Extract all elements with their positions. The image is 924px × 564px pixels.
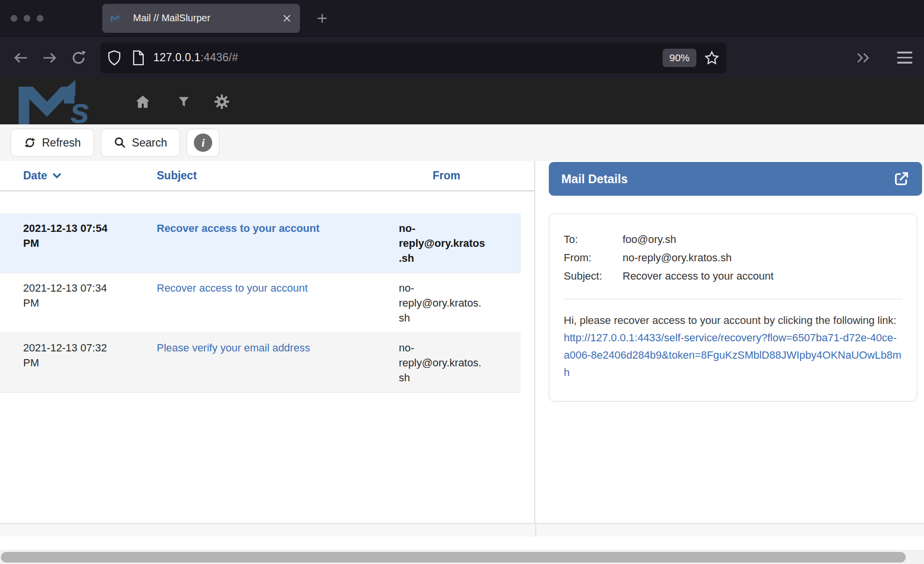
back-icon[interactable] — [13, 50, 29, 66]
mail-details-header: Mail Details — [549, 162, 922, 196]
mail-from: no-reply@ory.kratos.sh — [399, 281, 506, 325]
subject-value: Recover access to your account — [623, 267, 902, 285]
reload-icon[interactable] — [70, 50, 87, 66]
refresh-button-label: Refresh — [42, 136, 81, 149]
from-value: no-reply@ory.kratos.sh — [623, 249, 902, 267]
bottom-white-strip — [0, 537, 924, 551]
mail-details-title: Mail Details — [561, 172, 628, 186]
forward-icon[interactable] — [41, 50, 58, 66]
mail-row-2[interactable]: 2021-12-13 07:34 PM Recover access to yo… — [0, 273, 521, 333]
field-from: From: no-reply@ory.kratos.sh — [564, 249, 902, 267]
mail-body-text: Hi, please recover access to your accoun… — [564, 314, 897, 326]
menu-icon[interactable] — [897, 52, 912, 64]
mailslurper-logo[interactable]: s — [14, 80, 108, 124]
list-header-gap — [0, 191, 534, 214]
tab-favicon: s — [110, 13, 124, 24]
to-value: foo@ory.sh — [623, 230, 902, 249]
horizontal-scrollbar[interactable] — [0, 551, 924, 564]
field-to: To: foo@ory.sh — [564, 230, 902, 249]
main-split: Date Subject From 2021-12-13 07:54 PM Re… — [0, 161, 924, 524]
column-header-date[interactable]: Date — [19, 169, 153, 182]
mail-from: no-reply@ory.kratos.sh — [399, 221, 506, 266]
home-icon[interactable] — [135, 94, 150, 109]
scrollbar-thumb[interactable] — [1, 552, 906, 563]
info-button[interactable]: i — [187, 129, 219, 157]
page-info-icon[interactable] — [132, 50, 145, 66]
window-minimize-dot[interactable] — [24, 15, 30, 22]
gear-icon[interactable] — [214, 94, 230, 109]
svg-text:s: s — [119, 16, 122, 22]
tab-close-icon[interactable] — [282, 13, 292, 24]
browser-tab-bar: s Mail // MailSlurper — [0, 0, 924, 36]
bottom-grey-strip — [0, 524, 924, 537]
mail-details-panel: Mail Details To: foo@ory.sh — [535, 161, 924, 523]
mail-subject-link[interactable]: Recover access to your account — [157, 222, 319, 234]
mail-subject-link[interactable]: Please verify your email address — [157, 342, 310, 354]
browser-window: s Mail // MailSlurper — [0, 0, 924, 564]
window-close-dot[interactable] — [11, 15, 17, 22]
column-header-from[interactable]: From — [399, 169, 534, 182]
open-external-icon[interactable] — [893, 171, 910, 187]
mailslurper-navbar: s — [0, 79, 924, 124]
mail-subject-link[interactable]: Recover access to your account — [157, 282, 308, 294]
mail-date: 2021-12-13 07:32 PM — [19, 340, 153, 385]
window-zoom-dot[interactable] — [37, 15, 43, 22]
mail-body: Hi, please recover access to your accoun… — [564, 312, 902, 381]
overflow-chevrons-icon[interactable] — [855, 51, 872, 65]
info-icon: i — [194, 134, 212, 152]
refresh-button[interactable]: Refresh — [11, 129, 94, 157]
column-header-date-label: Date — [23, 169, 47, 182]
card-divider — [564, 299, 902, 299]
mail-date: 2021-12-13 07:54 PM — [19, 221, 153, 266]
subject-label: Subject: — [564, 267, 623, 285]
mail-row-3[interactable]: 2021-12-13 07:32 PM Please verify your e… — [0, 333, 521, 393]
zoom-level-badge[interactable]: 90% — [663, 49, 696, 67]
bookmark-star-icon[interactable] — [704, 50, 720, 66]
mail-from: no-reply@ory.kratos.sh — [399, 340, 506, 385]
mail-list-header: Date Subject From — [0, 161, 534, 191]
mail-row-1[interactable]: 2021-12-13 07:54 PM Recover access to yo… — [0, 214, 521, 273]
url-path: :4436/# — [201, 51, 238, 64]
column-header-subject[interactable]: Subject — [153, 169, 399, 182]
search-button[interactable]: Search — [101, 129, 180, 157]
sort-chevron-down-icon — [52, 173, 62, 179]
page-content: Refresh Search i Date — [0, 124, 924, 564]
browser-toolbar: 127.0.0.1:4436/# 90% — [0, 36, 924, 79]
mail-list-panel: Date Subject From 2021-12-13 07:54 PM Re… — [0, 161, 535, 523]
recovery-link[interactable]: http://127.0.0.1:4433/self-service/recov… — [564, 332, 901, 378]
search-button-label: Search — [132, 136, 167, 149]
url-bar[interactable]: 127.0.0.1:4436/# 90% — [100, 42, 726, 73]
action-bar: Refresh Search i — [0, 124, 924, 161]
field-subject: Subject: Recover access to your account — [564, 267, 902, 285]
to-label: To: — [564, 230, 623, 249]
svg-text:s: s — [70, 91, 90, 124]
mail-date: 2021-12-13 07:34 PM — [19, 281, 153, 325]
tab-title: Mail // MailSlurper — [133, 13, 282, 24]
mail-details-card: To: foo@ory.sh From: no-reply@ory.kratos… — [549, 214, 917, 402]
url-host: 127.0.0.1 — [153, 51, 201, 64]
panel-divider — [535, 524, 536, 537]
from-label: From: — [564, 249, 623, 267]
url-text[interactable]: 127.0.0.1:4436/# — [153, 51, 663, 64]
browser-tab[interactable]: s Mail // MailSlurper — [102, 4, 300, 33]
filter-icon[interactable] — [177, 94, 190, 109]
new-tab-icon[interactable] — [315, 12, 329, 25]
window-controls[interactable] — [11, 15, 73, 22]
shield-icon[interactable] — [107, 50, 122, 66]
